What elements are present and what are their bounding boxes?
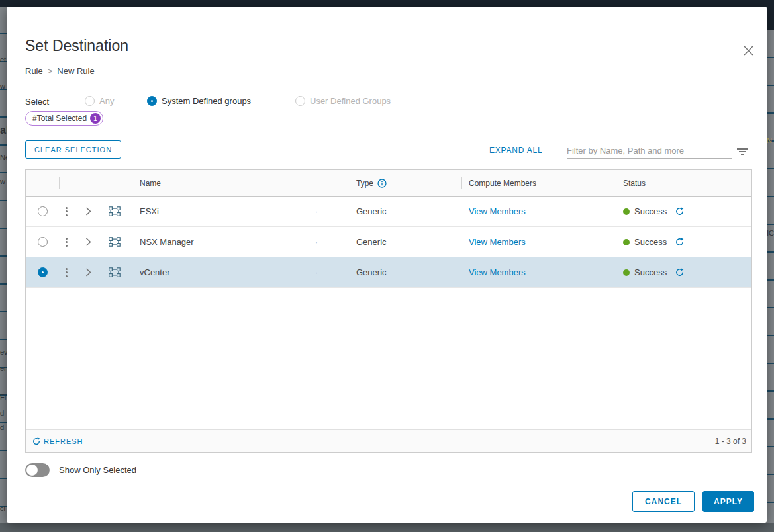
row-name: ESXi	[140, 206, 159, 216]
row-menu-icon[interactable]	[66, 238, 68, 247]
breadcrumb-separator: >	[48, 66, 53, 76]
row-name: NSX Manager	[140, 237, 194, 247]
show-only-selected-row: Show Only Selected	[25, 463, 136, 477]
row-status: Success	[634, 237, 667, 247]
header-tools-column	[59, 170, 132, 196]
radio-icon[interactable]	[147, 96, 157, 106]
screen: etwalNewevenFiddclrc NIC Set Destination…	[0, 0, 774, 532]
name-trailing-dot: ·	[315, 238, 318, 247]
success-dot-icon	[623, 269, 630, 276]
row-radio[interactable]	[38, 267, 48, 277]
radio-option-user-defined-groups: User Defined Groups	[295, 96, 391, 106]
filter-icon[interactable]	[736, 148, 748, 156]
chip-count-badge: 1	[90, 113, 101, 124]
total-selected-chip[interactable]: #Total Selected 1	[25, 111, 103, 126]
row-menu-icon[interactable]	[66, 268, 68, 277]
chip-label: #Total Selected	[32, 114, 87, 123]
radio-icon	[85, 96, 95, 106]
success-dot-icon	[623, 239, 630, 245]
row-refresh-icon[interactable]	[675, 268, 684, 277]
row-radio[interactable]	[38, 206, 48, 216]
view-members-link[interactable]: View Members	[469, 206, 526, 216]
select-label: Select	[25, 97, 49, 107]
table-row[interactable]: vCenter· Generic View Members Success	[26, 257, 751, 288]
table-header: Name Type Compute Members Status	[26, 170, 751, 197]
show-only-selected-toggle[interactable]	[25, 463, 50, 477]
view-members-link[interactable]: View Members	[469, 237, 526, 247]
group-icon	[109, 206, 121, 216]
refresh-icon	[32, 437, 40, 445]
radio-label: User Defined Groups	[310, 96, 391, 106]
refresh-label: REFRESH	[44, 437, 83, 445]
row-type: Generic	[356, 206, 387, 216]
row-type: Generic	[356, 237, 387, 247]
row-name: vCenter	[140, 267, 170, 277]
expand-all-link[interactable]: EXPAND ALL	[489, 146, 542, 155]
chevron-right-icon[interactable]	[85, 207, 91, 216]
refresh-button[interactable]: REFRESH	[32, 437, 83, 445]
show-only-selected-label: Show Only Selected	[59, 465, 136, 475]
name-trailing-dot: ·	[315, 268, 318, 277]
row-status: Success	[634, 267, 667, 277]
row-refresh-icon[interactable]	[675, 207, 684, 216]
table-footer: REFRESH 1 - 3 of 3	[26, 429, 751, 452]
apply-button[interactable]: APPLY	[702, 491, 754, 512]
groups-table: Name Type Compute Members Status	[25, 169, 752, 453]
radio-option-system-defined-groups[interactable]: System Defined groups	[147, 96, 251, 106]
clear-selection-button[interactable]: CLEAR SELECTION	[25, 140, 121, 159]
radio-icon	[295, 96, 305, 106]
dimmed-background-left: etwalNewevenFiddclrc	[0, 7, 7, 532]
dimmed-top-bar	[0, 0, 774, 7]
modal-title: Set Destination	[25, 37, 128, 55]
set-destination-modal: Set Destination Rule>New Rule Select Any…	[7, 7, 767, 523]
header-type[interactable]: Type	[342, 170, 461, 196]
dimmed-background-right: NIC	[767, 30, 774, 532]
dimmed-top-bar-right	[767, 0, 774, 30]
chevron-right-icon[interactable]	[85, 238, 91, 246]
close-icon[interactable]	[742, 44, 755, 57]
cancel-button[interactable]: CANCEL	[632, 491, 695, 512]
info-icon[interactable]	[377, 179, 387, 188]
header-name[interactable]: Name	[132, 170, 342, 196]
table-body: ESXi· Generic View Members Success	[26, 197, 751, 429]
modal-actions: CANCEL APPLY	[632, 491, 754, 512]
row-refresh-icon[interactable]	[675, 238, 684, 246]
breadcrumb: Rule>New Rule	[25, 66, 95, 76]
breadcrumb-new-rule: New Rule	[57, 66, 94, 76]
table-row[interactable]: NSX Manager· Generic View Members Succes…	[26, 227, 751, 257]
breadcrumb-rule[interactable]: Rule	[25, 66, 43, 76]
name-trailing-dot: ·	[315, 207, 318, 216]
header-select-column	[26, 170, 59, 196]
table-row[interactable]: ESXi· Generic View Members Success	[26, 197, 751, 227]
header-compute-members[interactable]: Compute Members	[461, 170, 614, 196]
view-members-link[interactable]: View Members	[469, 267, 526, 277]
row-radio[interactable]	[38, 237, 48, 247]
header-status[interactable]: Status	[614, 170, 751, 196]
chevron-right-icon[interactable]	[85, 268, 91, 277]
group-icon	[109, 237, 121, 247]
radio-label: System Defined groups	[162, 96, 251, 106]
radio-option-any: Any	[85, 96, 114, 106]
pagination-text: 1 - 3 of 3	[715, 437, 746, 446]
filter-input[interactable]	[567, 143, 732, 159]
row-status: Success	[634, 206, 667, 216]
success-dot-icon	[623, 208, 630, 215]
row-menu-icon[interactable]	[66, 207, 68, 216]
dimmed-bottom-bar	[0, 523, 774, 532]
group-icon	[109, 267, 121, 277]
row-type: Generic	[356, 267, 387, 277]
radio-label: Any	[99, 96, 114, 106]
